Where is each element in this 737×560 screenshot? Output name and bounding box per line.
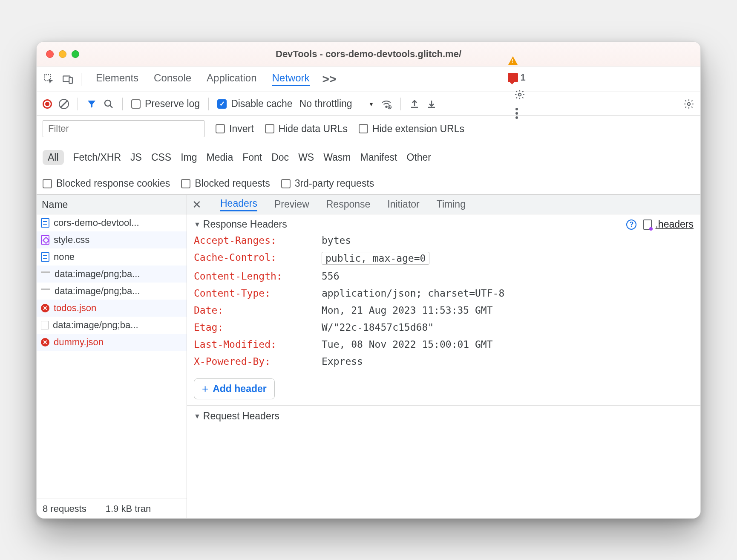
detail-tabs: ✕ Headers Preview Response Initiator Tim… <box>187 195 700 214</box>
document-icon <box>41 218 49 228</box>
subtab-timing[interactable]: Timing <box>437 199 466 211</box>
upload-har-icon[interactable] <box>409 99 420 109</box>
filter-type-manifest[interactable]: Manifest <box>360 152 397 163</box>
request-row[interactable]: cors-demo-devtool... <box>37 214 187 231</box>
download-har-icon[interactable] <box>426 99 437 109</box>
filter-type-css[interactable]: CSS <box>151 152 171 163</box>
header-value: Tue, 08 Nov 2022 15:00:01 GMT <box>322 339 493 350</box>
header-name: Cache-Control: <box>194 252 322 265</box>
more-tabs-button[interactable]: >> <box>322 72 337 86</box>
tab-application[interactable]: Application <box>207 72 256 86</box>
search-icon[interactable] <box>104 99 114 109</box>
tab-elements[interactable]: Elements <box>96 72 138 86</box>
filter-type-all[interactable]: All <box>43 150 64 165</box>
blocked-requests-checkbox[interactable]: Blocked requests <box>181 178 270 189</box>
request-row[interactable]: style.css <box>37 231 187 248</box>
disclosure-triangle-icon[interactable]: ▼ <box>194 221 201 228</box>
network-conditions-icon[interactable] <box>381 98 392 110</box>
request-row[interactable]: data:image/png;ba... <box>37 317 187 334</box>
disable-cache-label: Disable cache <box>231 98 292 110</box>
request-list-pane: Name cors-demo-devtool...style.cssnoneda… <box>37 195 187 518</box>
response-headers-title: Response Headers <box>203 219 287 230</box>
close-window-button[interactable] <box>46 50 54 58</box>
document-icon <box>41 252 49 262</box>
header-name: Content-Type: <box>194 288 322 299</box>
subtab-preview[interactable]: Preview <box>274 199 309 211</box>
divider <box>208 98 209 110</box>
hide-data-urls-checkbox[interactable]: Hide data URLs <box>265 123 348 135</box>
device-toolbar-icon[interactable] <box>60 71 76 87</box>
request-row[interactable]: none <box>37 248 187 266</box>
invert-checkbox[interactable]: Invert <box>216 123 254 135</box>
tab-console[interactable]: Console <box>154 72 191 86</box>
filter-type-img[interactable]: Img <box>181 152 197 163</box>
filter-type-media[interactable]: Media <box>207 152 233 163</box>
record-button[interactable] <box>43 99 52 109</box>
filter-type-wasm[interactable]: Wasm <box>323 152 351 163</box>
preserve-log-checkbox[interactable]: Preserve log <box>131 98 200 110</box>
header-name: Etag: <box>194 322 322 333</box>
minimize-window-button[interactable] <box>59 50 66 58</box>
header-value: Mon, 21 Aug 2023 11:53:35 GMT <box>322 305 493 316</box>
request-row[interactable]: data:image/png;ba... <box>37 283 187 300</box>
divider <box>78 98 78 110</box>
request-detail-pane: ✕ Headers Preview Response Initiator Tim… <box>187 195 700 518</box>
svg-rect-2 <box>69 77 72 83</box>
resource-type-filter: All Fetch/XHR JS CSS Img Media Font Doc … <box>43 150 694 165</box>
header-row: Accept-Ranges:bytes <box>194 232 694 249</box>
network-settings-icon[interactable] <box>683 98 694 110</box>
header-value: application/json; charset=UTF-8 <box>322 288 504 299</box>
request-name: cors-demo-devtool... <box>54 217 139 228</box>
help-icon[interactable]: ? <box>626 219 636 230</box>
disclosure-triangle-icon[interactable]: ▼ <box>194 413 201 420</box>
filter-type-doc[interactable]: Doc <box>271 152 289 163</box>
request-row[interactable]: ✕dummy.json <box>37 334 187 351</box>
throttling-select[interactable]: No throttling ▼ <box>299 98 374 110</box>
request-row[interactable]: data:image/png;ba... <box>37 266 187 283</box>
close-details-icon[interactable]: ✕ <box>192 198 202 211</box>
subtab-headers[interactable]: Headers <box>220 198 257 211</box>
error-icon: ✕ <box>41 338 49 346</box>
transferred-size: 1.9 kB tran <box>106 503 151 514</box>
window-title: DevTools - cors-demo-devtools.glitch.me/ <box>37 49 700 60</box>
disable-cache-checkbox[interactable]: Disable cache <box>217 98 292 110</box>
third-party-checkbox[interactable]: 3rd-party requests <box>281 178 374 189</box>
filter-input[interactable] <box>43 120 204 137</box>
tab-network[interactable]: Network <box>272 72 310 86</box>
checkbox-icon <box>131 99 141 109</box>
clear-button[interactable] <box>59 99 69 109</box>
request-name: todos.json <box>54 303 96 314</box>
request-name: style.css <box>54 234 89 245</box>
column-header-name[interactable]: Name <box>37 195 187 214</box>
add-header-label: Add header <box>213 383 267 395</box>
filter-type-ws[interactable]: WS <box>298 152 314 163</box>
filter-type-js[interactable]: JS <box>130 152 142 163</box>
image-icon <box>41 289 50 294</box>
main-tabbar: Elements Console Application Network >> … <box>37 66 700 92</box>
header-value: W/"22c-18457c15d68" <box>322 322 434 333</box>
headers-source-link[interactable]: .headers <box>655 219 694 230</box>
header-value[interactable]: public, max-age=0 <box>322 252 429 265</box>
blocked-cookies-checkbox[interactable]: Blocked response cookies <box>43 178 170 189</box>
request-row[interactable]: ✕todos.json <box>37 300 187 317</box>
filter-type-fetch[interactable]: Fetch/XHR <box>73 152 121 163</box>
header-row: Content-Length:556 <box>194 268 694 285</box>
header-name: Accept-Ranges: <box>194 235 322 246</box>
subtab-response[interactable]: Response <box>326 199 371 211</box>
add-header-button[interactable]: + Add header <box>194 378 275 399</box>
filter-type-font[interactable]: Font <box>242 152 262 163</box>
filter-type-other[interactable]: Other <box>406 152 431 163</box>
network-toolbar: Preserve log Disable cache No throttling… <box>37 92 700 116</box>
divider <box>96 503 96 515</box>
filter-icon[interactable] <box>86 99 97 109</box>
hide-extension-urls-checkbox[interactable]: Hide extension URLs <box>359 123 464 135</box>
header-row: X-Powered-By:Express <box>194 353 694 370</box>
header-row: Last-Modified:Tue, 08 Nov 2022 15:00:01 … <box>194 336 694 353</box>
stylesheet-icon <box>41 235 49 245</box>
status-bar: 8 requests 1.9 kB tran <box>37 499 187 518</box>
maximize-window-button[interactable] <box>72 50 79 58</box>
subtab-initiator[interactable]: Initiator <box>387 199 419 211</box>
inspect-element-icon[interactable] <box>41 71 57 87</box>
response-headers-list: Accept-Ranges:bytesCache-Control:public,… <box>194 230 694 374</box>
issue-count[interactable]: 1 <box>508 72 526 83</box>
